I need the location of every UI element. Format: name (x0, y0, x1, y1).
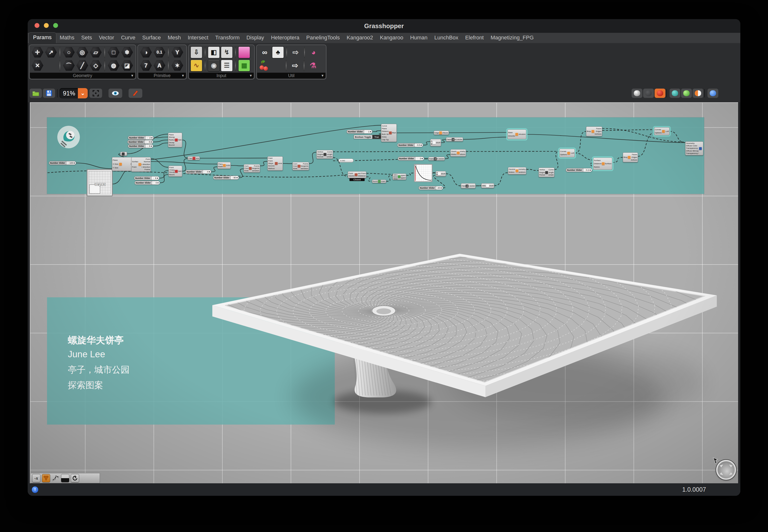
menu-item-maths[interactable]: Maths (56, 33, 78, 43)
wire-display-button[interactable] (681, 89, 692, 98)
document-preview-button[interactable] (708, 89, 718, 98)
menu-item-kangaroo2[interactable]: Kangaroo2 (343, 33, 377, 43)
zoom-dropdown-button[interactable]: ⌄ (78, 88, 88, 98)
graph-node-s80[interactable]: Number Slider80◆ (213, 176, 239, 180)
menu-item-surface[interactable]: Surface (139, 33, 164, 43)
graph-node-offsrf1[interactable]: SurfaceDistanceRetrimSurface (593, 158, 612, 170)
zoom-extents-button[interactable] (89, 89, 102, 98)
variable-widget-icon[interactable]: -x (32, 474, 40, 482)
warning-badge[interactable]: ! (32, 486, 38, 493)
group-expand-icon[interactable]: ▾ (322, 73, 324, 79)
star-graph-icon[interactable]: ✶ (171, 60, 183, 71)
group-expand-icon[interactable]: ▾ (182, 73, 184, 79)
graph-node-remap[interactable]: ValueSourceTargetMappedClipped (393, 173, 406, 180)
graph-node-unitz3[interactable]: FactorzUnit vector (461, 183, 476, 188)
graph-node-move1[interactable]: GeometryMotionGeometryTransform (450, 149, 466, 157)
paint-widget-icon[interactable] (42, 474, 50, 482)
graph-node-unitz2[interactable]: FactorzUnit vector (428, 157, 445, 161)
graph-node-s02[interactable]: Number Slider0.2◆ (566, 168, 592, 172)
jelly-icon[interactable]: ◕ (307, 47, 320, 58)
menu-item-params[interactable]: Params (28, 32, 56, 43)
preview-off-button[interactable] (632, 89, 642, 98)
menu-item-kangaroo[interactable]: Kangaroo (376, 33, 407, 43)
profiler-widget-icon[interactable] (71, 474, 79, 482)
graph-node-interp1[interactable]: VerticesDegreePeriodicCurveLengthDomain (316, 150, 333, 159)
graph-node-mergefields[interactable]: FieldsField (187, 156, 200, 160)
graph-node-mult[interactable]: AB×Result (436, 171, 446, 176)
canvas-navigation-ball[interactable] (716, 460, 736, 480)
panel-icon[interactable]: ☰ (221, 60, 233, 71)
selected-preview-button[interactable] (670, 89, 680, 98)
graph-node-divide2[interactable]: CurveCountKinksPointsTangentsParameters (292, 162, 309, 170)
circle-param-icon[interactable]: ○ (63, 47, 75, 58)
twisted-box-icon[interactable]: ◇ (90, 60, 102, 71)
toggle-widget-icon[interactable] (61, 474, 69, 482)
arc-param-icon[interactable]: ⌒ (63, 60, 75, 71)
graph-node-move2[interactable]: GeometryMotionGeometryTransform (508, 167, 526, 174)
graph-node-mergeA[interactable] (120, 152, 127, 156)
vector-param-icon[interactable]: ↗ (45, 47, 57, 58)
tree-view-icon[interactable]: ♣ (272, 46, 284, 58)
menu-item-vector[interactable]: Vector (95, 33, 117, 43)
graph-node-s6[interactable]: Number Slider6◆ (134, 176, 159, 180)
graph-node-pcharge[interactable]: PointChargeDecayBoundsField (168, 166, 182, 177)
graph-node-s100[interactable]: Number Slider100◆ (49, 161, 76, 165)
flask-icon[interactable]: ⚗ (307, 60, 319, 71)
glasses-icon[interactable]: ∞ (259, 47, 271, 58)
graph-node-unitz1[interactable]: FactorzUnit vector (446, 137, 463, 141)
graph-node-s3[interactable]: Number Slider3◆ (398, 157, 424, 161)
colour-swatch-icon[interactable]: ▦ (238, 60, 250, 71)
zoom-level[interactable]: 91% (59, 88, 79, 98)
graph-node-divide1[interactable]: CurveCountKinksPointsTangentsParameters (244, 164, 260, 173)
menu-item-heteroptera[interactable]: Heteroptera (268, 33, 303, 43)
graph-node-preview[interactable]: GeometryDiffuse ColorTransparencyDiffuse… (685, 141, 703, 155)
mesh-param-icon[interactable]: ❄ (121, 47, 133, 58)
menu-item-display[interactable]: Display (243, 33, 268, 43)
graph-node-loft1[interactable]: CurvesOptionsLoft (559, 149, 575, 157)
graph-node-extrude[interactable]: BaseDirectionExtrusion (507, 129, 526, 139)
menu-item-elefront[interactable]: Elefront (462, 33, 487, 43)
menu-item-mesh[interactable]: Mesh (164, 33, 184, 43)
open-file-button[interactable] (30, 89, 42, 98)
graph-node-s0b[interactable]: Number Slider0◆ (134, 181, 160, 185)
preview-visibility-button[interactable] (108, 89, 122, 98)
integer-param-icon[interactable]: 7 (140, 60, 152, 71)
menu-item-panelingtools[interactable]: PanelingTools (303, 33, 343, 43)
menu-item-magnetizing_fpg[interactable]: Magnetizing_FPG (487, 33, 537, 43)
graph-node-decon1[interactable]: BrepFacesEdgesVertices (586, 127, 602, 136)
geometry-x-icon[interactable]: ✕ (31, 60, 44, 71)
graph-node-fieldline[interactable]: FieldPointStepsAccuracyMethodCurve (268, 156, 283, 171)
box-param-icon[interactable]: □ (107, 47, 120, 58)
graph-mapper-icon[interactable]: ↯ (221, 46, 233, 58)
point-param-icon[interactable]: ✛ (31, 47, 44, 58)
graph-node-capsule[interactable]: 0.040 (338, 159, 354, 162)
graph-node-s4[interactable]: Number Slider4◆ (185, 170, 211, 174)
graph-node-spinfield[interactable]: PlaneStrengthRadiusDecayBoundsField (168, 133, 182, 147)
menu-item-curve[interactable]: Curve (117, 33, 139, 43)
wire-widget-icon[interactable] (52, 474, 59, 482)
graph-node-gmapper[interactable] (414, 164, 432, 182)
text-param-icon[interactable]: A (153, 60, 165, 71)
canvas[interactable]: 螺旋华夫饼亭 June Lee 亭子，城市公园 探索图案 Number Slid… (30, 102, 738, 483)
preview-shaded-button[interactable] (655, 89, 665, 98)
surface-param-icon[interactable]: ◪ (121, 60, 133, 71)
graph-node-evalsrf[interactable]: SurfacePointPointNormalU directionV dire… (131, 157, 151, 172)
menu-item-sets[interactable]: Sets (78, 33, 95, 43)
relay2-icon[interactable]: ⇨ (289, 60, 301, 71)
graph-node-s2[interactable]: Number Slider2◆ (128, 136, 154, 140)
graph-node-s05[interactable]: Number Slider0.5◆ (397, 143, 423, 147)
graph-node-s20[interactable]: Number Slider20◆ (419, 186, 443, 190)
sketch-tool-button[interactable] (128, 89, 142, 98)
graph-node-interp2[interactable]: VerticesDegreePeriodicCurveLengthDomain (538, 168, 554, 177)
sketch-icon[interactable]: ∿ (190, 60, 202, 71)
number-param-icon[interactable]: 0.1 (153, 47, 165, 58)
menu-item-intersect[interactable]: Intersect (184, 33, 212, 43)
graph-node-negative[interactable]: Value−Result (481, 183, 494, 188)
gradient-icon[interactable] (238, 46, 250, 58)
menu-item-lunchbox[interactable]: LunchBox (431, 33, 462, 43)
graph-node-decon2[interactable]: BrepFacesEdgesVertices (623, 152, 638, 162)
graph-node-add[interactable]: AB+Result (430, 139, 441, 146)
graph-node-loft2[interactable]: CurvesOptionsLoft (654, 127, 670, 135)
graph-node-btoggle[interactable]: Boolean ToggleTrue (354, 135, 381, 139)
graph-node-boundary[interactable]: EdgesSurfaces (434, 131, 449, 135)
